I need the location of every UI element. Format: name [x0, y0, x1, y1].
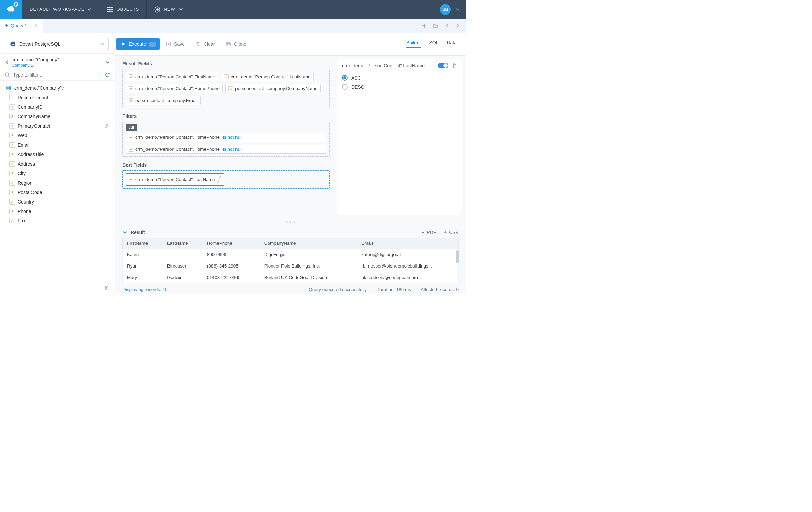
type-badge-icon: A	[9, 152, 15, 157]
type-badge-icon: A	[9, 161, 15, 167]
resize-handle[interactable]: • • •	[115, 219, 466, 226]
app-logo[interactable]: β	[0, 0, 22, 19]
filter-mode-all[interactable]: All	[126, 124, 137, 131]
search-icon	[5, 72, 10, 78]
tree-item[interactable]: APhone	[0, 207, 115, 216]
toolbar: Execute F9 Save Clear Clone Builder	[115, 33, 466, 55]
svg-rect-14	[7, 86, 11, 90]
table-row[interactable]: MaryGodwin01403-222-0365Borland UK CodeG…	[123, 272, 459, 283]
tree-item[interactable]: AAddress	[0, 159, 115, 169]
tree-item[interactable]: ARegion	[0, 178, 115, 188]
mode-data[interactable]: Data	[447, 40, 457, 48]
clone-icon	[226, 41, 231, 47]
connection-select[interactable]: Devart PostgreSQL	[6, 38, 109, 50]
tab-label: Query 1	[10, 23, 27, 28]
sort-enabled-toggle[interactable]	[438, 63, 448, 68]
sort-asc-radio[interactable]: ASC	[342, 73, 457, 82]
prev-tab-button[interactable]	[445, 23, 449, 28]
table-cell: 01403-222-0365	[203, 272, 260, 283]
svg-rect-16	[227, 42, 229, 45]
table-cell: Katrin	[123, 249, 163, 260]
breadcrumb-expand[interactable]	[105, 60, 110, 65]
filter-operator: is not null	[223, 135, 242, 140]
tree-root[interactable]: crm_demo."Company".*	[0, 83, 115, 93]
user-menu[interactable]: SB	[440, 4, 466, 15]
result-field-chip[interactable]: Acrm_demo."Person Contact".HomePhone	[126, 84, 223, 93]
mode-builder[interactable]: Builder	[406, 40, 421, 48]
tree-item[interactable]: AAddressTitle	[0, 150, 115, 159]
tab-query[interactable]: Query 1 ×	[0, 19, 43, 33]
tree-item[interactable]: AEmail	[0, 140, 115, 150]
refresh-button[interactable]	[105, 72, 110, 78]
svg-rect-0	[107, 7, 109, 8]
table-header[interactable]: LastName	[163, 238, 203, 249]
chip-label: personcontact_company.Email	[135, 98, 198, 103]
filter-chip[interactable]: Acrm_demo."Person Contact".HomePhoneis n…	[126, 145, 326, 154]
tree-item[interactable]: #PrimaryContact	[0, 121, 115, 131]
tree-item[interactable]: AFax	[0, 216, 115, 226]
clone-button[interactable]: Clone	[221, 38, 251, 50]
table-header[interactable]: FirstName	[123, 238, 163, 249]
beta-badge: β	[14, 2, 18, 7]
export-csv-button[interactable]: CSV	[443, 230, 459, 235]
export-pdf-button[interactable]: PDF	[421, 230, 436, 235]
execute-button[interactable]: Execute F9	[116, 38, 160, 50]
type-badge-icon: A	[9, 114, 15, 119]
result-field-chip[interactable]: Apersoncontact_company.Email	[126, 96, 201, 105]
mode-sql[interactable]: SQL	[429, 40, 438, 48]
grid-icon	[107, 6, 113, 13]
type-badge-icon: A	[9, 190, 15, 195]
result-field-chip[interactable]: Acrm_demo."Person Contact".LastName	[221, 72, 313, 81]
tree-item[interactable]: APostalCode	[0, 188, 115, 197]
open-tab-button[interactable]	[433, 23, 438, 28]
breadcrumb-back[interactable]	[5, 60, 9, 65]
table-header[interactable]: HomePhone	[203, 238, 260, 249]
breadcrumb-sub[interactable]: CompanyID	[12, 63, 103, 68]
sidebar: Devart PostgreSQL crm_demo."Company" Com…	[0, 33, 115, 294]
tree-item[interactable]: AWeb	[0, 131, 115, 140]
type-a-icon: A	[129, 74, 133, 79]
tree-item[interactable]: ACompanyName	[0, 112, 115, 121]
table-header[interactable]: CompanyName	[260, 238, 357, 249]
result-field-chip[interactable]: Apersoncontact_company.CompanyName	[225, 84, 321, 93]
breadcrumb-title: crm_demo."Company"	[12, 57, 103, 62]
save-icon	[166, 41, 171, 47]
sort-fields-dropzone[interactable]: Acrm_demo."Person Contact".LastName↓AZ	[122, 170, 330, 189]
type-badge-icon: #	[9, 104, 15, 110]
tab-close-button[interactable]: ×	[34, 23, 37, 29]
delete-sort-button[interactable]	[452, 63, 457, 68]
sort-title: Sort Fields	[122, 162, 330, 168]
objects-label: OBJECTS	[116, 7, 139, 12]
tree-item[interactable]: ACountry	[0, 197, 115, 207]
filters-dropzone[interactable]: All Acrm_demo."Person Contact".HomePhone…	[122, 122, 330, 157]
sort-desc-radio[interactable]: DESC	[342, 82, 457, 91]
next-tab-button[interactable]	[455, 23, 460, 28]
workspace-dropdown[interactable]: DEFAULT WORKSPACE	[22, 0, 99, 19]
table-row[interactable]: Katrin800-9696Digi Forgekatrinj@digiforg…	[123, 249, 459, 260]
sort-toggle[interactable]	[97, 72, 102, 77]
new-tab-button[interactable]	[422, 23, 427, 28]
collapse-sidebar-button[interactable]	[105, 285, 110, 291]
collapse-result-button[interactable]	[122, 230, 127, 235]
filter-input[interactable]	[13, 72, 94, 78]
save-button[interactable]: Save	[161, 38, 189, 50]
new-dropdown[interactable]: NEW	[147, 0, 191, 19]
filter-chip[interactable]: Acrm_demo."Person Contact".HomePhoneis n…	[126, 133, 326, 142]
result-fields-dropzone[interactable]: Acrm_demo."Person Contact".FirstNameAcrm…	[122, 69, 330, 108]
clear-button[interactable]: Clear	[191, 38, 220, 50]
table-header[interactable]: Email	[357, 238, 459, 249]
scrollbar[interactable]	[456, 250, 459, 263]
result-field-chip[interactable]: Acrm_demo."Person Contact".FirstName	[126, 72, 218, 81]
external-link-icon[interactable]	[104, 124, 109, 128]
table-cell: Godwin	[163, 272, 203, 283]
sort-field-chip[interactable]: Acrm_demo."Person Contact".LastName↓AZ	[126, 173, 224, 186]
tree-item[interactable]: #CompanyID	[0, 102, 115, 112]
table-cell: Pioneer Pole Buildings, Inc.	[260, 260, 357, 272]
table-row[interactable]: RyanBirnesser(888)-345-2905Pioneer Pole …	[123, 260, 459, 272]
status-displaying: Displaying records: 15	[122, 287, 168, 292]
chip-label: crm_demo."Person Contact".HomePhone	[135, 86, 220, 91]
svg-point-13	[5, 73, 9, 76]
objects-button[interactable]: OBJECTS	[99, 0, 147, 19]
tree-item[interactable]: FRecords count	[0, 93, 115, 102]
tree-item[interactable]: ACity	[0, 169, 115, 178]
